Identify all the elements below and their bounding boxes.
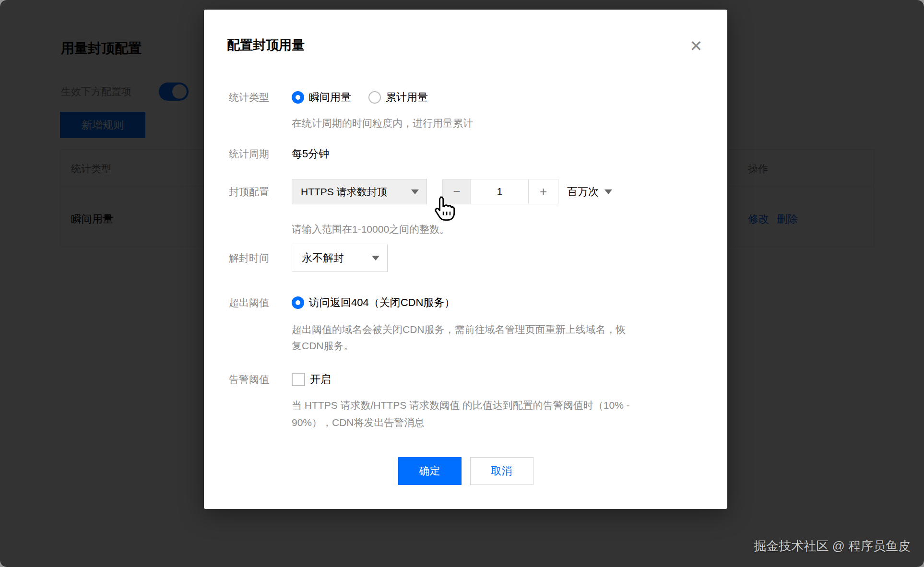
cap-metric-select[interactable]: HTTPS 请求数封顶 bbox=[292, 179, 427, 204]
alarm-enable-label[interactable]: 开启 bbox=[310, 372, 331, 387]
radio-return-404-label[interactable]: 访问返回404（关闭CDN服务） bbox=[309, 295, 455, 310]
chevron-down-icon bbox=[604, 189, 612, 194]
amount-input[interactable] bbox=[471, 179, 529, 204]
over-threshold-help-line2: 复CDN服务。 bbox=[292, 338, 626, 354]
radio-instant-usage[interactable] bbox=[292, 91, 304, 104]
modal-title: 配置封顶用量 bbox=[227, 36, 305, 54]
alarm-enable-checkbox[interactable] bbox=[292, 373, 305, 386]
confirm-button[interactable]: 确定 bbox=[398, 457, 462, 485]
watermark: 掘金技术社区 @ 程序员鱼皮 bbox=[754, 538, 911, 555]
unblock-time-select[interactable]: 永不解封 bbox=[292, 244, 388, 272]
radio-instant-usage-label[interactable]: 瞬间用量 bbox=[309, 90, 351, 105]
plus-button[interactable]: + bbox=[529, 179, 558, 204]
unblock-time-row: 解封时间 永不解封 bbox=[229, 244, 388, 272]
alarm-threshold-help-line1: 当 HTTPS 请求数/HTTPS 请求数阈值 的比值达到配置的告警阈值时（10… bbox=[292, 397, 630, 414]
alarm-threshold-help-line2: 90%），CDN将发出告警消息 bbox=[292, 414, 630, 431]
stat-type-help: 在统计周期的时间粒度内，进行用量累计 bbox=[292, 115, 473, 131]
stat-type-label: 统计类型 bbox=[229, 91, 292, 104]
modal-footer: 确定 取消 bbox=[204, 457, 727, 485]
cap-config-row: 封顶配置 HTTPS 请求数封顶 − + 百万次 bbox=[229, 177, 612, 206]
amount-stepper: − + bbox=[442, 179, 558, 204]
cancel-button[interactable]: 取消 bbox=[470, 457, 533, 485]
stat-type-row: 统计类型 瞬间用量 累计用量 bbox=[229, 90, 428, 105]
alarm-threshold-help: 当 HTTPS 请求数/HTTPS 请求数阈值 的比值达到配置的告警阈值时（10… bbox=[292, 397, 630, 431]
unblock-time-label: 解封时间 bbox=[229, 251, 292, 265]
cap-config-label: 封顶配置 bbox=[229, 185, 292, 199]
stat-period-value: 每5分钟 bbox=[292, 147, 329, 161]
over-threshold-row: 超出阈值 访问返回404（关闭CDN服务） bbox=[229, 295, 455, 310]
unit-select[interactable]: 百万次 bbox=[567, 185, 612, 199]
stat-period-label: 统计周期 bbox=[229, 147, 292, 161]
radio-return-404[interactable] bbox=[292, 296, 304, 309]
stat-period-row: 统计周期 每5分钟 bbox=[229, 147, 329, 161]
minus-button[interactable]: − bbox=[442, 179, 471, 204]
over-threshold-help-line1: 超出阈值的域名会被关闭CDN服务，需前往域名管理页面重新上线域名，恢 bbox=[292, 321, 626, 338]
screen: 用量封顶配置 生效下方配置项 新增规则 统计类型 操作 瞬间用量 修改 删除 bbox=[0, 0, 924, 567]
radio-cumulative-usage[interactable] bbox=[368, 91, 381, 104]
chevron-down-icon bbox=[372, 256, 379, 260]
over-threshold-help: 超出阈值的域名会被关闭CDN服务，需前往域名管理页面重新上线域名，恢 复CDN服… bbox=[292, 321, 626, 354]
alarm-threshold-label: 告警阈值 bbox=[229, 373, 292, 386]
cap-metric-select-value: HTTPS 请求数封顶 bbox=[301, 185, 387, 199]
unit-select-value: 百万次 bbox=[567, 185, 599, 199]
radio-cumulative-usage-label[interactable]: 累计用量 bbox=[386, 90, 428, 105]
alarm-threshold-row: 告警阈值 开启 bbox=[229, 372, 331, 387]
cap-config-help: 请输入范围在1-10000之间的整数。 bbox=[292, 221, 450, 237]
chevron-down-icon bbox=[411, 189, 419, 194]
over-threshold-label: 超出阈值 bbox=[229, 296, 292, 309]
unblock-time-select-value: 永不解封 bbox=[302, 251, 344, 265]
close-icon[interactable]: ✕ bbox=[687, 36, 706, 56]
usage-cap-modal: 配置封顶用量 ✕ 统计类型 瞬间用量 累计用量 在统计周期的时间粒度内，进行用量… bbox=[204, 10, 727, 509]
